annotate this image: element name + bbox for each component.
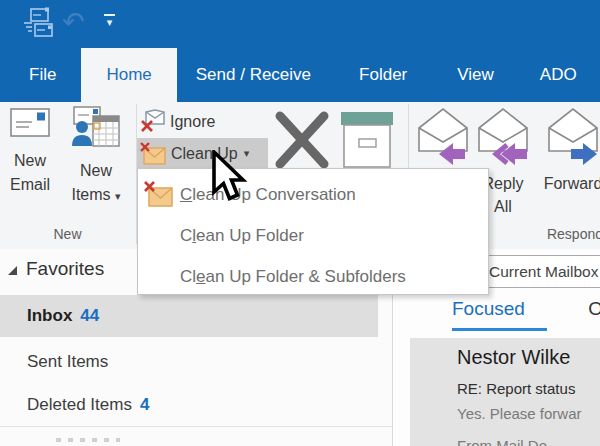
menu-item-clean-up-folder-subfolders[interactable]: Clean Up Folder & Subfolders xyxy=(138,256,488,297)
forward-button[interactable]: Forward xyxy=(543,106,600,195)
new-items-label-2: Items ▾ xyxy=(58,183,134,208)
outlook-window: ↶ ▾ File Home Send / Receive Folder View… xyxy=(0,0,600,446)
ribbon-group-new: New xyxy=(0,226,135,242)
folder-item-deleted-items[interactable]: Deleted Items4 xyxy=(0,388,378,422)
send-receive-icon[interactable] xyxy=(22,6,56,42)
email-preview: Yes. Please forwar xyxy=(457,405,582,422)
email-preview-clipped: From Mail De xyxy=(457,437,547,446)
new-items-label-1: New xyxy=(58,159,134,183)
tab-view[interactable]: View xyxy=(444,48,507,102)
menu-item-clean-up-folder[interactable]: Clean Up Folder xyxy=(138,215,488,256)
delete-button[interactable] xyxy=(272,106,334,172)
clean-up-conversation-icon xyxy=(144,181,174,208)
delete-x-icon xyxy=(272,106,334,172)
reply-icon xyxy=(417,106,469,166)
unread-count: 4 xyxy=(140,395,149,414)
unread-count: 44 xyxy=(80,306,99,325)
folder-name: Inbox xyxy=(27,306,72,325)
clipped-folder-row xyxy=(56,438,120,442)
email-list-item[interactable]: Nestor Wilke RE: Report status Yes. Plea… xyxy=(410,338,600,446)
ribbon-group-respond: Respond xyxy=(505,226,600,242)
new-items-icon xyxy=(71,106,121,148)
ignore-button[interactable]: Ignore xyxy=(139,107,215,136)
archive-button[interactable] xyxy=(338,106,398,172)
title-bar: ↶ ▾ xyxy=(0,0,600,48)
focused-tab-underline xyxy=(452,328,547,331)
email-subject: RE: Report status xyxy=(457,380,575,397)
ribbon-tab-row: File Home Send / Receive Folder View ADO xyxy=(0,48,600,102)
menu-item-label: Clean Up Conversation xyxy=(180,185,356,205)
tab-send-receive[interactable]: Send / Receive xyxy=(183,48,324,102)
tab-folder[interactable]: Folder xyxy=(346,48,420,102)
reply-all-icon xyxy=(477,106,529,166)
mailbox-scope-label: Current Mailbox xyxy=(489,263,598,280)
undo-icon[interactable]: ↶ xyxy=(62,8,85,36)
new-email-label-1: New xyxy=(2,149,58,173)
folder-item-inbox[interactable]: Inbox44 xyxy=(0,295,378,337)
qat-customize-icon[interactable]: ▾ xyxy=(104,14,115,27)
folder-name: Sent Items xyxy=(27,352,108,371)
folder-pane-divider xyxy=(0,426,392,427)
email-sender: Nestor Wilke xyxy=(457,346,570,369)
menu-item-label: Clean Up Folder xyxy=(180,226,304,246)
forward-icon xyxy=(547,106,599,166)
new-email-button[interactable]: New Email xyxy=(2,106,58,197)
ignore-icon xyxy=(139,109,166,134)
new-items-button[interactable]: New Items ▾ xyxy=(58,106,134,208)
new-items-caret-icon: ▾ xyxy=(115,190,121,202)
tab-other[interactable]: Other xyxy=(588,298,600,319)
forward-label: Forward xyxy=(543,172,600,195)
mouse-cursor-icon xyxy=(210,150,250,208)
folder-item-sent-items[interactable]: Sent Items xyxy=(0,345,378,379)
archive-icon xyxy=(338,106,396,172)
tab-home[interactable]: Home xyxy=(81,48,176,102)
favorites-label: Favorites xyxy=(26,258,104,280)
folder-name: Deleted Items xyxy=(27,395,132,414)
ignore-label: Ignore xyxy=(170,113,215,131)
tab-file[interactable]: File xyxy=(16,48,69,102)
clean-up-menu: Clean Up Conversation Clean Up Folder Cl… xyxy=(137,168,489,295)
new-email-icon xyxy=(9,106,51,138)
tab-focused[interactable]: Focused xyxy=(452,298,525,319)
collapse-triangle-icon xyxy=(8,266,17,275)
menu-item-label: Clean Up Folder & Subfolders xyxy=(180,267,406,287)
tab-addins[interactable]: ADO xyxy=(527,48,590,102)
new-email-label-2: Email xyxy=(2,173,58,197)
menu-item-clean-up-conversation[interactable]: Clean Up Conversation xyxy=(138,174,488,215)
favorites-header[interactable]: Favorites xyxy=(8,258,104,280)
clean-up-icon xyxy=(140,142,167,166)
